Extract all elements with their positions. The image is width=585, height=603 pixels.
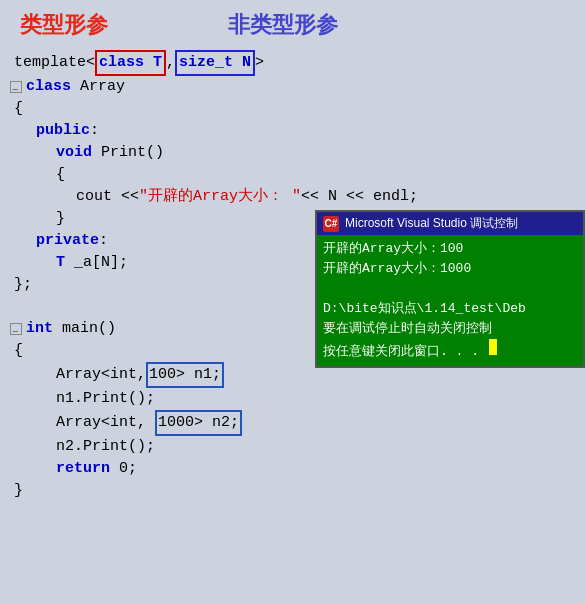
- array2-size-box: 1000> n2;: [155, 410, 242, 436]
- code-line-array2: Array<int, 1000> n2;: [0, 410, 585, 436]
- page-root: 类型形参 非类型形参 template<class T,size_t N> cl…: [0, 0, 585, 603]
- class-T-param: class T: [95, 50, 166, 76]
- array1-size-box: 100> n1;: [146, 362, 224, 388]
- code-line-class: class Array: [0, 76, 585, 98]
- console-line5: 要在调试停止时自动关闭控制: [323, 319, 577, 339]
- code-line-return: return 0;: [0, 458, 585, 480]
- code-line-open-brace: {: [0, 98, 585, 120]
- code-line-template: template<class T,size_t N>: [0, 50, 585, 76]
- keyword-template: template: [14, 52, 86, 74]
- vs-icon: C#: [323, 216, 339, 232]
- collapse-class[interactable]: [10, 81, 22, 93]
- console-body: 开辟的Array大小：100 开辟的Array大小：1000 D:\bite知识…: [317, 235, 583, 366]
- collapse-main[interactable]: [10, 323, 22, 335]
- console-line1: 开辟的Array大小：100: [323, 239, 577, 259]
- console-title: Microsoft Visual Studio 调试控制: [345, 215, 518, 232]
- code-line-print-open: {: [0, 164, 585, 186]
- typed-param-label: 类型形参: [20, 10, 108, 40]
- nontyped-param-label: 非类型形参: [228, 10, 338, 40]
- console-line2: 开辟的Array大小：1000: [323, 259, 577, 279]
- console-cursor: [489, 339, 497, 355]
- code-line-public: public:: [0, 120, 585, 142]
- console-line4: D:\bite知识点\1.14_test\Deb: [323, 299, 577, 319]
- console-panel: C# Microsoft Visual Studio 调试控制 开辟的Array…: [315, 210, 585, 368]
- header: 类型形参 非类型形参: [0, 0, 585, 46]
- console-title-bar: C# Microsoft Visual Studio 调试控制: [317, 212, 583, 235]
- console-line6: 按任意键关闭此窗口. . .: [323, 339, 577, 362]
- code-line-print-decl: void Print(): [0, 142, 585, 164]
- code-line-main-close: }: [0, 480, 585, 502]
- console-line3: [323, 279, 577, 299]
- size-t-N-param: size_t N: [175, 50, 255, 76]
- code-line-cout: cout <<"开辟的Array大小： "<< N << endl;: [0, 186, 585, 208]
- code-line-n1print: n1.Print();: [0, 388, 585, 410]
- kw-class: class: [26, 76, 71, 98]
- code-line-n2print: n2.Print();: [0, 436, 585, 458]
